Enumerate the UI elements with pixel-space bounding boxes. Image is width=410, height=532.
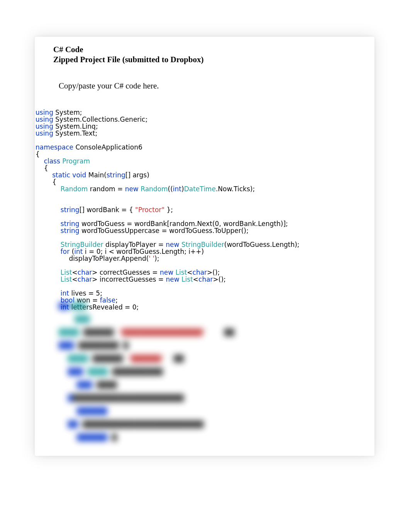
instruction-text: Copy/paste your C# code here.: [35, 81, 374, 91]
blurred-line: ██████ █: [59, 431, 374, 444]
code-line: namespace ConsoleApplication6: [36, 144, 374, 151]
blurred-line: ██ ███: [59, 299, 374, 313]
blurred-line: ██ ████████████████████████: [59, 418, 374, 431]
code-line: displayToPlayer.Append(' ');: [36, 255, 374, 262]
heading-line-2: Zipped Project File (submitted to Dropbo…: [35, 54, 374, 65]
code-line: Random random = new Random((int)DateTime…: [36, 186, 374, 193]
code-line: static void Main(string[] args): [36, 172, 374, 179]
code-block: using System;using System.Collections.Ge…: [35, 109, 374, 311]
blurred-line: ███ ████████ █: [59, 339, 374, 352]
blurred-line: ███: [59, 313, 374, 326]
code-line: string[] wordBank = { "Proctor" };: [36, 207, 374, 214]
code-line: List<char> incorrectGuesses = new List<c…: [36, 276, 374, 283]
blurred-line: ███████████████████████: [59, 391, 374, 405]
code-line: [36, 193, 374, 200]
document-page: C# Code Zipped Project File (submitted t…: [35, 37, 374, 456]
blurred-line: ████ ██████ "████████████████" ██: [59, 326, 374, 339]
code-line: string wordToGuessUppercase = wordToGues…: [36, 228, 374, 235]
blurred-line: ███ ████ ██████████: [59, 365, 374, 378]
blurred-preview-region: ██ ███ ███████ ██████ "████████████████"…: [35, 296, 374, 456]
heading-line-1: C# Code: [35, 44, 374, 54]
blurred-content: ██ ███ ███████ ██████ "████████████████"…: [35, 296, 374, 444]
blurred-line: ███ ████: [59, 378, 374, 391]
code-line: class Program: [36, 158, 374, 165]
blurred-line: ████ ██████ "██████" ██: [59, 352, 374, 365]
blurred-line: ██████: [59, 405, 374, 418]
code-line: using System.Text;: [36, 130, 374, 137]
